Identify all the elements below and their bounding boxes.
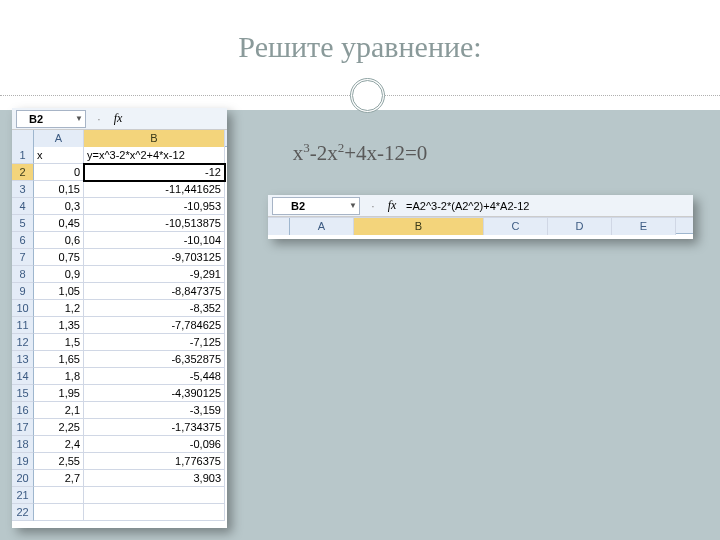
formula-bar[interactable]: =A2^3-2*(A2^2)+4*A2-12: [402, 200, 693, 212]
cell[interactable]: -6,352875: [84, 351, 225, 368]
row-header[interactable]: 4: [12, 198, 34, 215]
chevron-down-icon: ▼: [75, 114, 83, 123]
cell[interactable]: -12: [84, 164, 225, 181]
cell[interactable]: -7,784625: [84, 317, 225, 334]
cell[interactable]: -8,352: [84, 300, 225, 317]
row-header[interactable]: 16: [12, 402, 34, 419]
column-header-B[interactable]: B: [354, 218, 484, 235]
cell[interactable]: 0,15: [34, 181, 84, 198]
cell[interactable]: -9,703125: [84, 249, 225, 266]
cell[interactable]: 1,2: [34, 300, 84, 317]
cell[interactable]: -3,159: [84, 402, 225, 419]
cell[interactable]: [84, 504, 225, 521]
chevron-down-icon: ▼: [349, 201, 357, 210]
cell[interactable]: -1,734375: [84, 419, 225, 436]
cell[interactable]: 1,65: [34, 351, 84, 368]
row-header[interactable]: 21: [12, 487, 34, 504]
row-header[interactable]: 5: [12, 215, 34, 232]
cell[interactable]: -0,096: [84, 436, 225, 453]
row-header[interactable]: 11: [12, 317, 34, 334]
table-row: 202,73,903: [12, 470, 227, 487]
column-header-B[interactable]: B: [84, 130, 225, 147]
cell[interactable]: 1,35: [34, 317, 84, 334]
column-header-D[interactable]: D: [548, 218, 612, 235]
column-header-A[interactable]: A: [290, 218, 354, 235]
select-all-corner[interactable]: [268, 218, 290, 235]
table-row: 40,3-10,953: [12, 198, 227, 215]
cell[interactable]: 0: [34, 164, 84, 181]
table-row: 151,95-4,390125: [12, 385, 227, 402]
cell[interactable]: 2,4: [34, 436, 84, 453]
cell[interactable]: 1,8: [34, 368, 84, 385]
column-header-E[interactable]: E: [612, 218, 676, 235]
row-header[interactable]: 7: [12, 249, 34, 266]
row-header[interactable]: 10: [12, 300, 34, 317]
row-header[interactable]: 22: [12, 504, 34, 521]
table-row: 22: [12, 504, 227, 521]
cell[interactable]: 2,55: [34, 453, 84, 470]
cell[interactable]: -5,448: [84, 368, 225, 385]
name-box[interactable]: B2▼: [16, 110, 86, 128]
name-box[interactable]: B2▼: [272, 197, 360, 215]
row-header[interactable]: 6: [12, 232, 34, 249]
row-header[interactable]: 3: [12, 181, 34, 198]
cell[interactable]: 0,9: [34, 266, 84, 283]
cell[interactable]: 0,45: [34, 215, 84, 232]
grid-body[interactable]: 1xy=x^3-2*x^2+4*x-1220-1230,15-11,441625…: [12, 147, 227, 521]
table-row: 80,9-9,291: [12, 266, 227, 283]
cell[interactable]: x: [34, 147, 84, 164]
row-header[interactable]: 9: [12, 283, 34, 300]
row-header[interactable]: 19: [12, 453, 34, 470]
cell[interactable]: 2,7: [34, 470, 84, 487]
cell[interactable]: y=x^3-2*x^2+4*x-12: [84, 147, 225, 164]
cell[interactable]: 3,903: [84, 470, 225, 487]
row-header[interactable]: 12: [12, 334, 34, 351]
cell[interactable]: -10,953: [84, 198, 225, 215]
table-row: 182,4-0,096: [12, 436, 227, 453]
cell[interactable]: -10,513875: [84, 215, 225, 232]
table-row: 192,551,776375: [12, 453, 227, 470]
cell[interactable]: -9,291: [84, 266, 225, 283]
select-all-corner[interactable]: [12, 130, 34, 147]
table-row: 1xy=x^3-2*x^2+4*x-12: [12, 147, 227, 164]
cell[interactable]: 1,05: [34, 283, 84, 300]
cell[interactable]: -10,104: [84, 232, 225, 249]
table-row: 20-12: [12, 164, 227, 181]
cell[interactable]: [34, 487, 84, 504]
row-header[interactable]: 20: [12, 470, 34, 487]
cell[interactable]: 1,95: [34, 385, 84, 402]
table-row: 91,05-8,847375: [12, 283, 227, 300]
cell[interactable]: 1,5: [34, 334, 84, 351]
column-headers: ABCDE: [268, 217, 693, 234]
row-header[interactable]: 18: [12, 436, 34, 453]
cell[interactable]: [84, 487, 225, 504]
row-header[interactable]: 15: [12, 385, 34, 402]
column-header-C[interactable]: C: [484, 218, 548, 235]
cell[interactable]: 1,776375: [84, 453, 225, 470]
name-box-row: B2▼ · fx: [12, 108, 227, 130]
cell[interactable]: -4,390125: [84, 385, 225, 402]
table-row: 131,65-6,352875: [12, 351, 227, 368]
table-row: 162,1-3,159: [12, 402, 227, 419]
cell[interactable]: -11,441625: [84, 181, 225, 198]
cancel-icon[interactable]: ·: [364, 197, 382, 215]
cell[interactable]: 0,75: [34, 249, 84, 266]
cell[interactable]: -7,125: [84, 334, 225, 351]
cell[interactable]: 0,3: [34, 198, 84, 215]
cell[interactable]: -8,847375: [84, 283, 225, 300]
row-header[interactable]: 1: [12, 147, 34, 164]
cancel-icon[interactable]: ·: [90, 110, 108, 128]
cell[interactable]: 2,1: [34, 402, 84, 419]
row-header[interactable]: 17: [12, 419, 34, 436]
column-header-A[interactable]: A: [34, 130, 84, 147]
cell[interactable]: 0,6: [34, 232, 84, 249]
fx-icon[interactable]: fx: [382, 197, 402, 215]
row-header[interactable]: 14: [12, 368, 34, 385]
row-header[interactable]: 13: [12, 351, 34, 368]
row-header[interactable]: 2: [12, 164, 34, 181]
table-row: 111,35-7,784625: [12, 317, 227, 334]
cell[interactable]: [34, 504, 84, 521]
row-header[interactable]: 8: [12, 266, 34, 283]
fx-icon[interactable]: fx: [108, 110, 128, 128]
cell[interactable]: 2,25: [34, 419, 84, 436]
